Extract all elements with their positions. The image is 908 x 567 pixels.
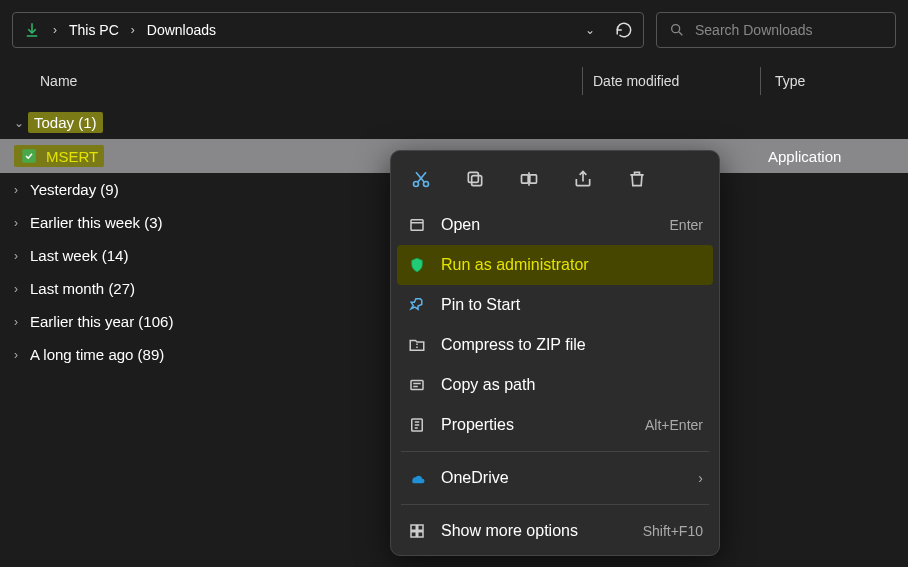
group-today[interactable]: ⌄ Today (1) <box>0 106 908 139</box>
zip-icon <box>407 336 427 354</box>
context-menu-separator <box>401 504 709 505</box>
context-menu-copy-as-path[interactable]: Copy as path <box>391 365 719 405</box>
context-menu-label: Copy as path <box>441 376 703 394</box>
topbar: › This PC › Downloads ⌄ <box>0 0 908 60</box>
onedrive-icon <box>407 469 427 487</box>
chevron-right-icon: › <box>698 470 703 486</box>
refresh-button[interactable] <box>615 21 633 39</box>
column-name[interactable]: Name <box>0 73 582 89</box>
column-date[interactable]: Date modified <box>582 67 760 95</box>
svg-rect-14 <box>418 532 423 537</box>
svg-rect-7 <box>530 175 537 183</box>
context-menu-label: OneDrive <box>441 469 684 487</box>
rename-icon[interactable] <box>517 167 541 191</box>
context-menu-open[interactable]: Open Enter <box>391 205 719 245</box>
copy-icon[interactable] <box>463 167 487 191</box>
group-label: Earlier this week (3) <box>30 214 163 231</box>
shield-icon <box>407 256 427 274</box>
context-menu-separator <box>401 451 709 452</box>
chevron-right-icon: › <box>14 348 28 362</box>
svg-rect-6 <box>522 175 529 183</box>
context-menu-action-row <box>391 159 719 205</box>
group-label: Last week (14) <box>30 247 128 264</box>
search-input[interactable] <box>695 22 883 38</box>
open-icon <box>407 216 427 234</box>
context-menu-label: Properties <box>441 416 631 434</box>
context-menu-label: Show more options <box>441 522 629 540</box>
file-type: Application <box>768 148 841 165</box>
address-bar[interactable]: › This PC › Downloads ⌄ <box>12 12 644 48</box>
chevron-down-icon[interactable]: ⌄ <box>585 23 595 37</box>
chevron-right-icon: › <box>53 23 57 37</box>
svg-rect-13 <box>411 532 416 537</box>
svg-rect-9 <box>411 381 423 390</box>
context-menu-shortcut: Enter <box>670 217 703 233</box>
svg-rect-11 <box>411 525 416 530</box>
context-menu-compress-zip[interactable]: Compress to ZIP file <box>391 325 719 365</box>
group-label: A long time ago (89) <box>30 346 164 363</box>
chevron-down-icon: ⌄ <box>14 116 28 130</box>
breadcrumb-current[interactable]: Downloads <box>147 22 216 38</box>
path-icon <box>407 376 427 394</box>
group-label: Earlier this year (106) <box>30 313 173 330</box>
cut-icon[interactable] <box>409 167 433 191</box>
chevron-right-icon: › <box>14 216 28 230</box>
column-type[interactable]: Type <box>760 67 805 95</box>
svg-rect-5 <box>468 172 478 182</box>
group-label: Today (1) <box>28 112 103 133</box>
app-icon <box>20 147 46 165</box>
context-menu-properties[interactable]: Properties Alt+Enter <box>391 405 719 445</box>
context-menu-label: Pin to Start <box>441 296 703 314</box>
svg-rect-4 <box>472 176 482 186</box>
chevron-right-icon: › <box>131 23 135 37</box>
context-menu-onedrive[interactable]: OneDrive › <box>391 458 719 498</box>
group-label: Last month (27) <box>30 280 135 297</box>
svg-rect-12 <box>418 525 423 530</box>
properties-icon <box>407 416 427 434</box>
context-menu: Open Enter Run as administrator Pin to S… <box>390 150 720 556</box>
context-menu-shortcut: Shift+F10 <box>643 523 703 539</box>
chevron-right-icon: › <box>14 183 28 197</box>
svg-point-0 <box>672 25 680 33</box>
context-menu-run-as-admin[interactable]: Run as administrator <box>397 245 713 285</box>
breadcrumb-root[interactable]: This PC <box>69 22 119 38</box>
file-name: MSERT <box>46 148 98 165</box>
context-menu-label: Run as administrator <box>441 256 703 274</box>
pin-icon <box>407 296 427 314</box>
context-menu-label: Open <box>441 216 656 234</box>
svg-rect-1 <box>22 149 36 163</box>
chevron-right-icon: › <box>14 249 28 263</box>
delete-icon[interactable] <box>625 167 649 191</box>
context-menu-shortcut: Alt+Enter <box>645 417 703 433</box>
context-menu-label: Compress to ZIP file <box>441 336 703 354</box>
search-icon <box>669 22 685 38</box>
chevron-right-icon: › <box>14 315 28 329</box>
share-icon[interactable] <box>571 167 595 191</box>
svg-rect-8 <box>411 220 423 231</box>
more-options-icon <box>407 522 427 540</box>
chevron-right-icon: › <box>14 282 28 296</box>
group-label: Yesterday (9) <box>30 181 119 198</box>
context-menu-show-more[interactable]: Show more options Shift+F10 <box>391 511 719 551</box>
search-bar[interactable] <box>656 12 896 48</box>
column-headers: Name Date modified Type <box>0 60 908 102</box>
downloads-icon <box>23 21 41 39</box>
context-menu-pin-to-start[interactable]: Pin to Start <box>391 285 719 325</box>
